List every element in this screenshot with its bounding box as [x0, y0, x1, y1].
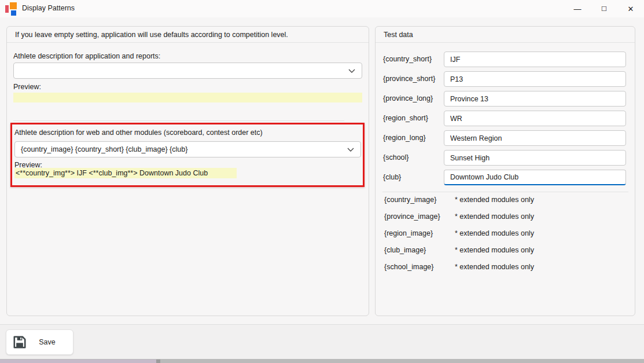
app-icon-red-square	[5, 5, 9, 13]
section-divider	[13, 120, 344, 121]
school-image-label: {school_image}	[384, 263, 433, 271]
region-long-input[interactable]	[444, 130, 626, 146]
app-pattern-label: Athlete description for application and …	[13, 52, 160, 60]
close-button[interactable]: ✕	[617, 0, 644, 17]
patterns-panel-header: If you leave empty setting, application …	[7, 27, 369, 43]
club-label: {club}	[383, 170, 401, 185]
window-title: Display Patterns	[22, 4, 75, 12]
province-long-input[interactable]	[444, 91, 626, 107]
school-label: {school}	[383, 150, 409, 166]
country-image-note: * extended modules only	[455, 196, 534, 204]
school-input[interactable]	[444, 150, 626, 166]
save-button[interactable]: Save	[6, 329, 73, 355]
web-preview-value: <**country_img**> IJF <**club_img**> Dow…	[14, 168, 237, 178]
minimize-button[interactable]: —	[564, 0, 591, 17]
dialog-window: Display Patterns — ☐ ✕ If you leave empt…	[0, 0, 644, 359]
desktop-segment-left	[0, 360, 156, 363]
chevron-down-icon	[347, 148, 354, 152]
region-image-note: * extended modules only	[455, 229, 534, 237]
province-short-label: {province_short}	[383, 71, 435, 87]
region-long-label: {region_long}	[383, 130, 426, 146]
country-short-label: {country_short}	[383, 52, 432, 67]
desktop-segment-divider	[156, 360, 160, 363]
test-data-panel-header: Test data	[376, 27, 635, 43]
app-preview-value	[13, 93, 362, 102]
footer-bar: Save	[0, 324, 644, 359]
school-image-note: * extended modules only	[455, 263, 534, 271]
club-image-note: * extended modules only	[455, 246, 534, 254]
province-short-input[interactable]	[444, 71, 626, 87]
province-long-label: {province_long}	[383, 91, 433, 107]
web-pattern-combobox-value: {country_image} {country_short} {club_im…	[21, 145, 187, 153]
app-icon-blue-square	[11, 10, 16, 16]
club-input[interactable]	[444, 170, 626, 185]
app-pattern-combobox[interactable]	[13, 63, 362, 79]
region-short-label: {region_short}	[383, 111, 428, 126]
section-divider	[382, 192, 628, 192]
province-image-note: * extended modules only	[455, 212, 534, 221]
country-image-label: {country_image}	[384, 196, 436, 204]
country-short-input[interactable]	[444, 52, 626, 67]
web-pattern-combobox[interactable]: {country_image} {country_short} {club_im…	[14, 141, 361, 157]
test-data-panel: Test data {country_short} {province_shor…	[375, 26, 635, 316]
club-image-label: {club_image}	[384, 246, 426, 254]
chevron-down-icon	[348, 69, 355, 74]
web-pattern-label: Athlete description for web and other mo…	[14, 129, 263, 137]
desktop-segment-right	[160, 360, 644, 363]
patterns-panel: If you leave empty setting, application …	[6, 26, 369, 316]
app-preview-label: Preview:	[13, 83, 41, 91]
app-icon	[5, 2, 18, 16]
desktop-background	[0, 360, 644, 363]
save-floppy-icon	[12, 335, 27, 350]
app-icon-orange-square	[10, 2, 17, 9]
title-bar: Display Patterns — ☐ ✕	[0, 0, 644, 17]
province-image-label: {province_image}	[384, 212, 440, 221]
region-short-input[interactable]	[444, 111, 626, 126]
maximize-button[interactable]: ☐	[591, 0, 617, 17]
region-image-label: {region_image}	[384, 229, 433, 237]
save-button-label: Save	[27, 338, 67, 346]
